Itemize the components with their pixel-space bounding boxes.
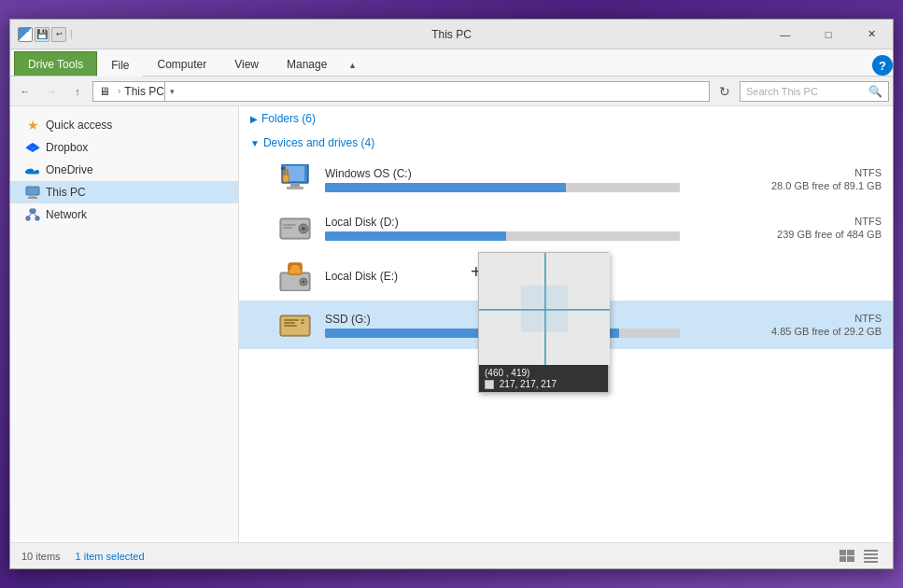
svg-rect-33 bbox=[284, 325, 297, 327]
window-title: This PC bbox=[431, 28, 472, 41]
drive-d-meta: NTFS 239 GB free of 484 GB bbox=[751, 216, 882, 240]
drive-g-icon bbox=[276, 308, 314, 342]
title-bar-separator: | bbox=[70, 29, 73, 39]
search-icon[interactable]: 🔍 bbox=[868, 85, 882, 98]
devices-label: Devices and drives (4) bbox=[263, 136, 374, 149]
up-button[interactable]: ↑ bbox=[66, 80, 89, 103]
devices-arrow: ▼ bbox=[250, 138, 260, 148]
address-path[interactable]: 🖥 › This PC ▾ bbox=[92, 81, 710, 102]
selected-count: 1 item selected bbox=[76, 551, 145, 562]
drive-d[interactable]: Local Disk (D:) NTFS 239 GB free of 484 … bbox=[239, 203, 893, 252]
forward-button[interactable]: → bbox=[40, 80, 63, 103]
drive-c[interactable]: Windows OS (C:) NTFS 28.0 GB free of 89.… bbox=[239, 155, 893, 203]
drive-d-space: 239 GB free of 484 GB bbox=[777, 229, 882, 240]
svg-rect-23 bbox=[283, 227, 292, 229]
refresh-button[interactable]: ↻ bbox=[713, 80, 736, 103]
svg-rect-9 bbox=[35, 217, 39, 220]
svg-rect-8 bbox=[26, 217, 30, 220]
thispc-icon bbox=[25, 185, 40, 200]
status-bar: 10 items 1 item selected bbox=[10, 542, 893, 568]
tooltip-footer: (460 , 419) 217, 217, 217 bbox=[479, 365, 608, 392]
drive-e[interactable]: Local Disk (E:) + (460 , 419) bbox=[239, 252, 893, 301]
svg-point-21 bbox=[302, 227, 305, 231]
large-icons-view-button[interactable] bbox=[861, 546, 882, 567]
folders-label: Folders (6) bbox=[261, 112, 316, 125]
maximize-button[interactable]: □ bbox=[807, 20, 850, 49]
svg-rect-22 bbox=[283, 224, 296, 226]
tooltip-color: 217, 217, 217 bbox=[485, 379, 602, 389]
address-dropdown[interactable]: ▾ bbox=[164, 81, 179, 102]
svg-rect-37 bbox=[847, 550, 854, 555]
svg-point-27 bbox=[303, 281, 305, 284]
svg-rect-39 bbox=[847, 556, 854, 562]
minimize-button[interactable]: — bbox=[764, 20, 807, 49]
drive-d-fs: NTFS bbox=[854, 216, 882, 227]
folders-arrow: ▶ bbox=[250, 114, 258, 124]
svg-rect-41 bbox=[864, 553, 878, 555]
svg-rect-6 bbox=[28, 197, 37, 199]
search-placeholder: Search This PC bbox=[746, 86, 868, 97]
window-controls: — □ ✕ bbox=[764, 20, 893, 49]
drive-c-name: Windows OS (C:) bbox=[325, 167, 740, 180]
title-bar: 💾 ↩ | This PC — □ ✕ bbox=[10, 20, 893, 49]
folders-section-header[interactable]: ▶ Folders (6) bbox=[239, 106, 893, 131]
svg-rect-31 bbox=[284, 319, 299, 321]
tab-drive-tools[interactable]: Drive Tools bbox=[14, 51, 97, 76]
sidebar-label-dropbox: Dropbox bbox=[46, 141, 88, 154]
address-bar: ← → ↑ 🖥 › This PC ▾ ↻ Search This PC 🔍 bbox=[10, 77, 893, 106]
drive-c-fs: NTFS bbox=[854, 167, 882, 178]
sidebar: ★ Quick access Dropbox bbox=[10, 106, 239, 542]
ribbon-tabs: Drive Tools File Computer View Manage ▲ … bbox=[10, 49, 893, 76]
breadcrumb-thispc: This PC bbox=[124, 85, 164, 98]
ribbon-collapse-chevron[interactable]: ▲ bbox=[345, 55, 360, 76]
sidebar-item-onedrive[interactable]: OneDrive bbox=[10, 159, 238, 181]
svg-rect-35 bbox=[301, 322, 304, 324]
tab-computer[interactable]: Computer bbox=[143, 51, 220, 76]
drive-g-meta: NTFS 4.85 GB free of 29.2 GB bbox=[751, 313, 882, 337]
sidebar-item-quick-access[interactable]: ★ Quick access bbox=[10, 114, 238, 136]
drive-c-icon bbox=[276, 162, 314, 196]
view-controls bbox=[837, 546, 882, 567]
back-button[interactable]: ← bbox=[14, 80, 36, 103]
close-button[interactable]: ✕ bbox=[850, 20, 893, 49]
crosshair-h-line bbox=[479, 309, 610, 311]
save-icon[interactable]: 💾 bbox=[35, 27, 49, 42]
sidebar-item-dropbox[interactable]: Dropbox bbox=[10, 136, 238, 159]
details-view-button[interactable] bbox=[837, 546, 857, 567]
svg-rect-4 bbox=[26, 187, 39, 195]
tab-file[interactable]: File bbox=[97, 54, 143, 77]
tab-view[interactable]: View bbox=[220, 51, 273, 76]
svg-rect-34 bbox=[301, 319, 304, 321]
svg-line-11 bbox=[33, 213, 37, 217]
tab-manage[interactable]: Manage bbox=[273, 51, 341, 76]
sidebar-item-this-pc[interactable]: This PC bbox=[10, 181, 238, 203]
drag-tooltip: (460 , 419) 217, 217, 217 bbox=[478, 252, 609, 393]
svg-rect-7 bbox=[30, 209, 35, 213]
undo-icon[interactable]: ↩ bbox=[51, 27, 66, 42]
search-box[interactable]: Search This PC 🔍 bbox=[740, 81, 889, 102]
svg-rect-32 bbox=[284, 322, 295, 324]
dropbox-icon bbox=[25, 140, 40, 155]
network-icon bbox=[25, 207, 40, 222]
star-icon: ★ bbox=[25, 118, 40, 133]
svg-rect-43 bbox=[864, 561, 878, 563]
drive-g-fs: NTFS bbox=[854, 313, 882, 324]
devices-section-header[interactable]: ▼ Devices and drives (4) bbox=[239, 131, 893, 155]
svg-rect-5 bbox=[30, 195, 35, 197]
drive-c-info: Windows OS (C:) bbox=[325, 167, 740, 192]
ribbon: Drive Tools File Computer View Manage ▲ … bbox=[10, 49, 893, 77]
breadcrumb-arrow: › bbox=[118, 86, 120, 96]
sidebar-item-network[interactable]: Network bbox=[10, 203, 238, 226]
drive-d-bar-wrap bbox=[325, 231, 680, 241]
svg-rect-42 bbox=[864, 557, 878, 559]
drive-d-info: Local Disk (D:) bbox=[325, 216, 740, 241]
color-swatch bbox=[485, 380, 494, 389]
main-area: ★ Quick access Dropbox bbox=[10, 106, 893, 542]
help-button[interactable]: ? bbox=[872, 55, 893, 76]
sidebar-label-quick-access: Quick access bbox=[46, 119, 112, 132]
drive-c-meta: NTFS 28.0 GB free of 89.1 GB bbox=[751, 167, 882, 191]
items-count: 10 items bbox=[21, 551, 61, 562]
drive-d-icon bbox=[276, 211, 314, 245]
svg-rect-17 bbox=[283, 175, 289, 182]
drive-d-name: Local Disk (D:) bbox=[325, 216, 740, 229]
